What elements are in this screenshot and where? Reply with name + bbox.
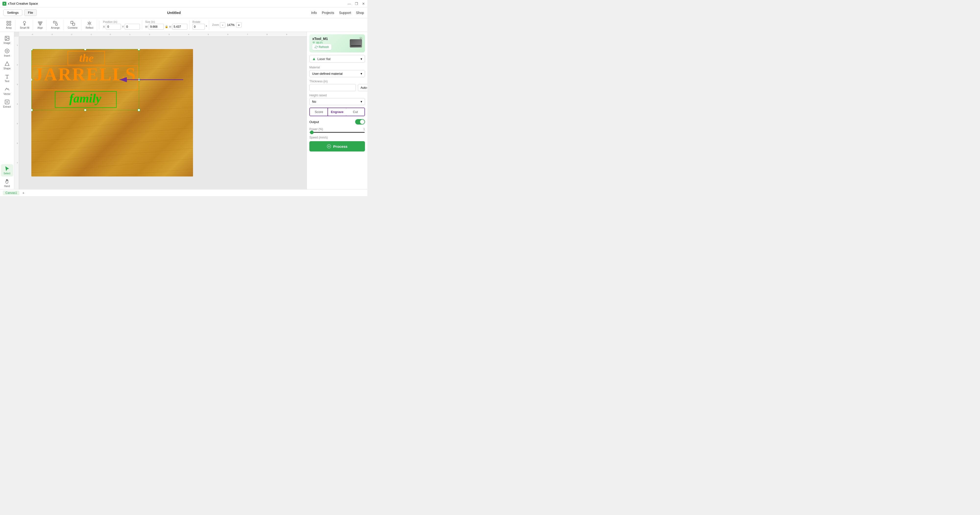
ruler-mark: 6 <box>17 142 18 144</box>
combine-tool[interactable]: Combine <box>66 20 80 30</box>
size-controls: Size (in) W 🔒 H <box>143 20 189 30</box>
toolbar-group-align: Align <box>34 20 46 30</box>
settings-button[interactable]: Settings <box>3 9 22 16</box>
svg-point-13 <box>6 37 6 38</box>
array-tool[interactable]: Array <box>4 20 14 30</box>
play-icon <box>327 144 331 148</box>
toolbar-group-arrange: Arrange <box>48 20 64 30</box>
svg-rect-2 <box>7 24 8 25</box>
height-value: No <box>312 100 316 104</box>
right-panel: xTool_M1 Wi-Fi Refresh <box>307 32 368 189</box>
canvas-tab-1[interactable]: Canvas1 <box>3 191 19 195</box>
sidebar-item-vector[interactable]: Vector <box>1 85 13 97</box>
sidebar-item-shape[interactable]: Shape <box>1 59 13 72</box>
h-input[interactable] <box>172 24 188 30</box>
bottom-bar: Canvas1 + <box>0 189 368 196</box>
minimize-button[interactable]: — <box>348 2 351 6</box>
menubar-right: Info Projects Support Shop <box>311 11 364 15</box>
ruler-mark: 4 <box>188 33 189 35</box>
toolbar-group-array: Array <box>2 20 16 30</box>
sidebar-item-extract[interactable]: Extract <box>1 97 13 110</box>
power-slider[interactable] <box>309 132 365 133</box>
auto-measure-button[interactable]: Auto-measure <box>358 84 368 91</box>
ruler-mark: -3 <box>51 33 52 35</box>
sidebar-label-select: Select <box>4 172 11 175</box>
ruler-mark: 5 <box>17 123 18 125</box>
output-row: Output <box>309 119 365 124</box>
support-link[interactable]: Support <box>339 11 351 15</box>
svg-point-19 <box>360 38 361 39</box>
ruler-mark: 1 <box>129 33 130 35</box>
titlebar-controls[interactable]: — ❐ ✕ <box>348 2 365 6</box>
thickness-label: Thickness (in) <box>309 80 365 83</box>
thickness-input[interactable] <box>309 84 356 91</box>
lock-icon[interactable]: 🔒 <box>165 25 168 28</box>
y-input[interactable] <box>125 24 140 30</box>
position-label: Position (in) <box>103 20 140 23</box>
refresh-button[interactable]: Refresh <box>312 44 331 50</box>
maximize-button[interactable]: ❐ <box>355 2 358 6</box>
process-button[interactable]: Process <box>309 141 365 151</box>
height-label: Height raised <box>309 94 365 97</box>
close-button[interactable]: ✕ <box>362 2 365 6</box>
zoom-minus-button[interactable]: - <box>220 22 225 28</box>
array-label: Array <box>6 27 12 29</box>
ruler-mark: 7 <box>17 162 18 164</box>
rotate-input[interactable] <box>192 24 205 30</box>
add-canvas-button[interactable]: + <box>22 191 24 195</box>
tab-engrave[interactable]: Engrave <box>328 108 347 116</box>
canvas-area[interactable]: -4 -3 -2 -1 0 1 2 3 4 5 6 7 8 9 1 2 3 4 <box>14 32 307 189</box>
svg-marker-15 <box>5 62 9 66</box>
refresh-icon <box>315 46 318 49</box>
zoom-plus-button[interactable]: + <box>236 22 242 28</box>
shop-link[interactable]: Shop <box>356 11 364 15</box>
w-input[interactable] <box>149 24 164 30</box>
mode-selector[interactable]: ▲ Laser flat ▾ <box>309 55 365 63</box>
height-dropdown[interactable]: No ▾ <box>309 98 365 105</box>
info-link[interactable]: Info <box>311 11 317 15</box>
sidebar-item-select[interactable]: Select <box>1 164 13 177</box>
material-value: User-defined material <box>312 72 342 75</box>
arrange-tool[interactable]: Arrange <box>49 20 62 30</box>
projects-link[interactable]: Projects <box>322 11 334 15</box>
x-input[interactable] <box>106 24 121 30</box>
jarrells-text-display[interactable]: JARRELLS <box>31 65 139 83</box>
family-text-display[interactable]: family <box>46 91 124 105</box>
material-dropdown[interactable]: User-defined material ▾ <box>309 70 365 77</box>
svg-rect-1 <box>9 21 11 23</box>
sidebar-item-insert[interactable]: Insert <box>1 46 13 59</box>
output-label: Output <box>309 120 319 124</box>
the-text-display[interactable]: the <box>56 51 117 64</box>
reflect-label: Reflect <box>86 27 93 29</box>
reflect-tool[interactable]: Reflect <box>84 20 95 30</box>
output-toggle[interactable] <box>355 119 365 124</box>
ruler-mark: 2 <box>17 64 18 66</box>
file-button[interactable]: File <box>24 9 37 16</box>
tab-score[interactable]: Score <box>310 108 328 116</box>
combine-label: Combine <box>68 27 78 29</box>
ruler-mark: -1 <box>90 33 92 35</box>
svg-rect-9 <box>56 24 57 25</box>
sidebar-item-hand[interactable]: Hand <box>1 177 13 189</box>
svg-marker-21 <box>329 146 330 147</box>
align-tool[interactable]: Align <box>35 20 45 30</box>
ruler-mark: 3 <box>17 83 18 86</box>
tab-cut[interactable]: Cut <box>346 108 364 116</box>
svg-rect-5 <box>38 22 42 22</box>
ruler-mark: 0 <box>110 33 111 35</box>
gear-icon <box>359 37 363 40</box>
sidebar-label-shape: Shape <box>3 67 11 70</box>
wood-canvas: the JARRELLS family <box>31 49 193 177</box>
gear-button[interactable] <box>359 37 363 41</box>
rotate-label: Rotate <box>192 20 207 23</box>
app-icon: X <box>2 2 6 6</box>
device-wifi: Wi-Fi <box>312 41 348 44</box>
power-slider-container <box>309 132 365 133</box>
smart-fill-tool[interactable]: Smart fill <box>18 20 31 30</box>
sidebar-item-text[interactable]: Text <box>1 72 13 85</box>
sidebar-item-image[interactable]: Image <box>1 34 13 46</box>
smart-fill-label: Smart fill <box>20 27 29 29</box>
ruler-mark: 4 <box>17 103 18 105</box>
speed-label: Speed (mm/s) <box>309 136 365 139</box>
chevron-down-icon: ▾ <box>361 100 362 104</box>
